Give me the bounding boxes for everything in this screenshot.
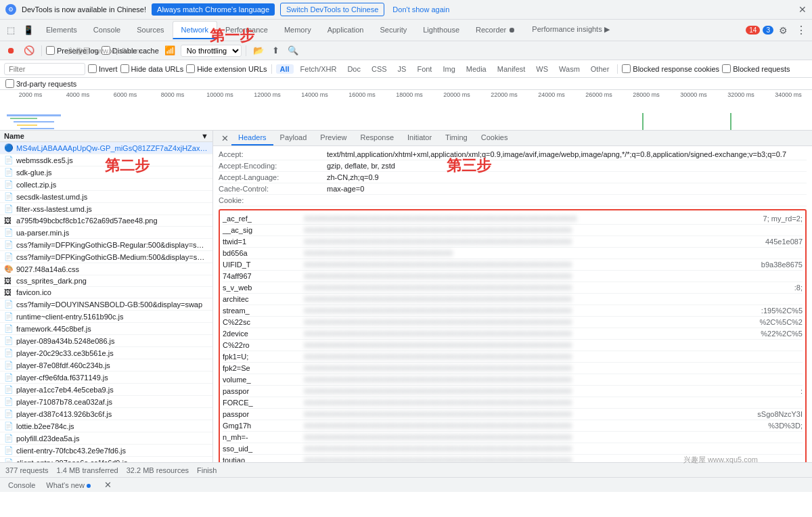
hide-data-urls-label[interactable]: Hide data URLs xyxy=(120,64,184,73)
file-item[interactable]: 📄secsdk-lastest.umd.js xyxy=(0,191,212,203)
filter-js-button[interactable]: JS xyxy=(394,64,411,74)
file-item[interactable]: 📄runtime~client-entry.5161b90c.js xyxy=(0,311,212,323)
close-notification-button[interactable]: ✕ xyxy=(798,4,807,15)
file-item[interactable]: 📄collect.zip.js xyxy=(0,179,212,191)
cookie-2device: 2device XXXXXXXXXXXXXXXXXXXXXXXXXXXXXXXX… xyxy=(223,328,803,340)
more-options-button[interactable]: ⋮ xyxy=(793,21,809,39)
hide-data-urls-checkbox[interactable] xyxy=(120,64,129,73)
preserve-log-label[interactable]: Preserve log xyxy=(46,46,99,55)
console-tab[interactable]: Console xyxy=(5,480,38,490)
file-item[interactable]: 🔵MS4wLjABAAAApUpQw-GP_miGsQ81ZZF7aZ4xjHZ… xyxy=(0,142,212,154)
file-item[interactable]: 📄framework.445c8bef.js xyxy=(0,323,212,335)
filter-img-button[interactable]: Img xyxy=(438,64,459,74)
tab-performance-insights[interactable]: Performance insights ▶ xyxy=(524,21,617,39)
throttle-select[interactable]: No throttling xyxy=(181,45,242,57)
export-icon[interactable]: ⬆ xyxy=(269,44,282,57)
third-party-label[interactable]: 3rd-party requests xyxy=(5,79,76,88)
filter-doc-button[interactable]: Doc xyxy=(343,64,365,74)
search-icon[interactable]: 🔍 xyxy=(285,44,301,57)
tab-headers[interactable]: Headers xyxy=(231,131,273,145)
filter-input[interactable] xyxy=(4,63,85,75)
clear-button[interactable]: 🚫 xyxy=(21,44,37,57)
file-item[interactable]: 📄lottie.b2ee784c.js xyxy=(0,420,212,432)
tab-response[interactable]: Response xyxy=(353,131,401,145)
inspect-icon[interactable]: ⬚ xyxy=(3,25,19,35)
tab-elements[interactable]: Elements xyxy=(38,22,85,39)
file-item[interactable]: 🎨9027.f48a14a6.css xyxy=(0,263,212,275)
filter-media-button[interactable]: Media xyxy=(462,64,491,74)
file-item[interactable]: 📄css?family=DFPKingGothicGB-Medium:500&d… xyxy=(0,251,212,263)
tab-performance[interactable]: Performance xyxy=(217,22,276,39)
tab-preview[interactable]: Preview xyxy=(313,131,353,145)
switch-devtools-button[interactable]: Switch DevTools to Chinese xyxy=(280,3,384,16)
filter-fetch-button[interactable]: Fetch/XHR xyxy=(296,64,341,74)
tab-initiator[interactable]: Initiator xyxy=(401,131,438,145)
match-language-button[interactable]: Always match Chrome's language xyxy=(152,3,275,16)
filter-wasm-button[interactable]: Wasm xyxy=(555,64,584,74)
file-item[interactable]: 📄player-a1cc7eb4.4e5ceba9.js xyxy=(0,384,212,396)
throttle-icon[interactable]: 📶 xyxy=(162,44,178,57)
file-item[interactable]: 📄player-d387c413.926b3c6f.js xyxy=(0,408,212,420)
tab-application[interactable]: Application xyxy=(319,22,372,39)
blocked-requests-checkbox[interactable] xyxy=(722,64,731,73)
filter-other-button[interactable]: Other xyxy=(587,64,614,74)
preserve-log-checkbox[interactable] xyxy=(46,46,55,55)
third-party-checkbox[interactable] xyxy=(5,79,14,88)
file-item[interactable]: 📄player-cf9e6fda.f6371149.js xyxy=(0,372,212,384)
tab-bar: ⬚ 📱 Elements Console Sources Network Per… xyxy=(0,20,812,41)
file-item[interactable]: 📄player-71087b78.cea032af.js xyxy=(0,396,212,408)
tab-security[interactable]: Security xyxy=(371,22,415,39)
import-icon[interactable]: 📂 xyxy=(250,44,267,57)
dont-show-link[interactable]: Don't show again xyxy=(392,5,449,14)
hide-ext-urls-label[interactable]: Hide extension URLs xyxy=(186,64,267,73)
error-badge: 14 xyxy=(746,26,760,35)
file-item[interactable]: 📄player-87e08fdf.460c234b.js xyxy=(0,359,212,372)
file-item[interactable]: 📄filter-xss-lastest.umd.js xyxy=(0,203,212,215)
file-item[interactable]: 🖼a795fb49bcbcf8cb1c762a69d57aee48.png xyxy=(0,215,212,227)
disable-cache-label[interactable]: Disable cache xyxy=(102,46,159,55)
file-item[interactable]: 📄sdk-glue.js xyxy=(0,166,212,179)
filter-ws-button[interactable]: WS xyxy=(532,64,552,74)
file-item[interactable]: 📄css?family=DOUYINSANSBOLD-GB:500&displa… xyxy=(0,298,212,311)
invert-checkbox[interactable] xyxy=(88,64,97,73)
file-item[interactable]: 🖼favicon.ico xyxy=(0,287,212,298)
file-item[interactable]: 📄ua-parser.min.js xyxy=(0,227,212,239)
file-item[interactable]: 📄client-entry-297aee6e.cc1fc6d9.js xyxy=(0,457,212,462)
hide-ext-urls-checkbox[interactable] xyxy=(186,64,195,73)
filter-all-button[interactable]: All xyxy=(276,64,294,74)
filter-css-button[interactable]: CSS xyxy=(367,64,391,74)
whats-new-tab[interactable]: What's new xyxy=(43,480,93,490)
file-item[interactable]: 📄css?family=DFPKingGothicGB-Regular:500&… xyxy=(0,239,212,251)
blocked-requests-label[interactable]: Blocked requests xyxy=(722,64,790,73)
bottom-bar: Console What's new ✕ xyxy=(0,477,812,492)
file-item[interactable]: 🖼css_sprites_dark.png xyxy=(0,275,212,287)
record-button[interactable]: ⏺ xyxy=(4,44,18,57)
blocked-cookies-label[interactable]: Blocked response cookies xyxy=(622,64,719,73)
file-item[interactable]: 📄webmssdk.es5.js xyxy=(0,154,212,166)
tab-network[interactable]: Network xyxy=(173,21,217,39)
disable-cache-checkbox[interactable] xyxy=(102,46,110,55)
file-item[interactable]: 📄client-entry-70fcbc43.2e9e7fd6.js xyxy=(0,445,212,457)
tab-sources[interactable]: Sources xyxy=(129,22,172,39)
tab-timing[interactable]: Timing xyxy=(438,131,474,145)
sort-icon[interactable]: ▼ xyxy=(201,132,208,140)
filter-font-button[interactable]: Font xyxy=(413,64,436,74)
close-panel-button[interactable]: ✕ xyxy=(219,132,231,145)
file-item[interactable]: 📄player-089a434b.5248e086.js xyxy=(0,335,212,347)
close-bottom-tab[interactable]: ✕ xyxy=(102,478,114,491)
file-list-header[interactable]: Name ▼ xyxy=(0,131,212,142)
file-item[interactable]: 📄player-20c29c33.ce3b561e.js xyxy=(0,347,212,359)
invert-checkbox-label[interactable]: Invert xyxy=(88,64,118,73)
blocked-cookies-checkbox[interactable] xyxy=(622,64,631,73)
tab-payload[interactable]: Payload xyxy=(273,131,314,145)
tab-lighthouse[interactable]: Lighthouse xyxy=(415,22,468,39)
tab-cookies[interactable]: Cookies xyxy=(474,131,515,145)
settings-button[interactable]: ⚙ xyxy=(776,22,790,39)
filter-manifest-button[interactable]: Manifest xyxy=(493,64,530,74)
tab-console[interactable]: Console xyxy=(85,22,129,39)
svg-rect-2 xyxy=(14,121,54,122)
tab-memory[interactable]: Memory xyxy=(276,22,319,39)
device-icon[interactable]: 📱 xyxy=(19,25,38,35)
file-item[interactable]: 📄polyfill.d23dea5a.js xyxy=(0,432,212,445)
tab-recorder[interactable]: Recorder ⏺ xyxy=(468,22,524,39)
